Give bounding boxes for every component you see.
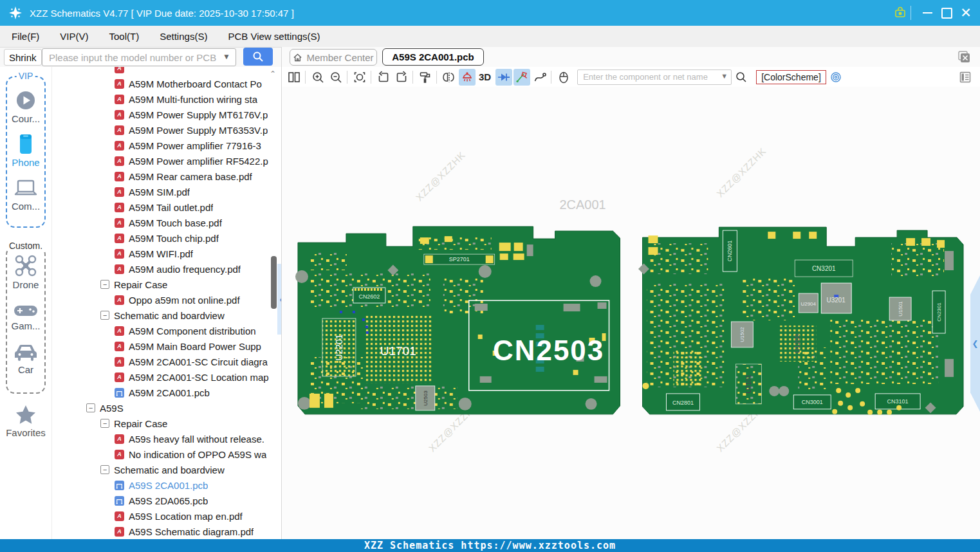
tree-item[interactable]: AA59M Touch base.pdf — [57, 215, 281, 230]
sidebar-item-computer[interactable]: Com... — [0, 176, 51, 212]
menu-vip[interactable]: VIP(V) — [60, 31, 88, 42]
title-bar[interactable]: XZZ Schematics V4.77 [ VIP Due date: 202… — [0, 0, 980, 26]
mirror-flip-button[interactable] — [441, 69, 458, 86]
diode-tool-button[interactable] — [495, 69, 512, 86]
connector-cn3201[interactable]: CN3201 — [795, 260, 853, 277]
tree-item[interactable]: AA59M Power Supply MT6176V.p — [57, 107, 281, 122]
curve-tool-button[interactable] — [532, 69, 548, 86]
chevron-down-icon[interactable]: ▼ — [223, 52, 230, 61]
component-search-input[interactable] — [582, 71, 713, 84]
tree-item[interactable]: AA59M WIFI.pdf — [57, 246, 281, 261]
tree-item[interactable]: AA59S Schematic diagram.pdf — [57, 524, 281, 539]
collapse-icon[interactable]: − — [100, 311, 109, 320]
maximize-button[interactable] — [938, 0, 955, 26]
rotate-left-button[interactable] — [375, 69, 392, 86]
component-search-icon[interactable] — [733, 69, 750, 86]
chip-u1200[interactable]: U1200 — [779, 326, 816, 362]
sidebar-item-game[interactable]: Gam... — [0, 302, 51, 331]
collapse-icon[interactable]: − — [100, 465, 109, 474]
menu-settings[interactable]: Settings(S) — [160, 31, 207, 42]
sidebar-item-phone[interactable]: Phone — [0, 133, 51, 168]
license-icon[interactable] — [892, 0, 908, 26]
pcb-canvas[interactable]: XZZ@XZZHK XZZ@XZZHK XZZ@XZZHK XZZ@XZZHK … — [282, 87, 980, 539]
pcb-board-right[interactable]: CN2601 CN3201 U2904 U3201 — [638, 227, 963, 415]
chip-u3201[interactable]: U3201 — [821, 283, 851, 313]
collapse-icon[interactable]: − — [86, 403, 95, 412]
chevron-down-icon[interactable]: ▼ — [721, 72, 728, 80]
connector-cn3001[interactable]: CN3001 — [793, 395, 831, 409]
tree-item[interactable]: AA59M 2CA001-SC Location map — [57, 369, 281, 385]
tree-item[interactable]: AA59M Power Supply MT6353V.p — [57, 122, 281, 138]
search-button[interactable] — [243, 48, 273, 66]
chip-u2503[interactable]: U2503 — [416, 386, 435, 410]
measure-tool-button[interactable] — [513, 69, 530, 86]
sidebar-item-drone[interactable]: Drone — [0, 253, 51, 290]
chip-u1501[interactable]: U1501 — [889, 297, 911, 320]
close-all-tabs-icon[interactable] — [957, 50, 970, 63]
tree-item[interactable]: AA59M Multi-function wiring sta — [57, 91, 281, 107]
tree-folder[interactable]: −Schematic and boardview — [57, 462, 281, 477]
tree-item[interactable]: A59M 2CA001.pcb — [57, 385, 281, 400]
fit-view-button[interactable] — [351, 69, 368, 86]
lamp-tool-button[interactable] — [459, 69, 476, 86]
scroll-up-icon[interactable]: ⌃ — [270, 69, 276, 78]
tree-scrollbar-thumb[interactable] — [271, 256, 277, 309]
panel-list-icon[interactable] — [957, 69, 974, 86]
3d-view-button[interactable]: 3D — [479, 71, 491, 82]
menu-file[interactable]: File(F) — [12, 31, 39, 42]
sidebar-item-course[interactable]: Cour... — [0, 89, 51, 124]
tree-folder[interactable]: −Schematic and boardview — [57, 308, 281, 323]
chip-u1701[interactable]: U1701 — [365, 314, 432, 383]
rotate-right-button[interactable] — [393, 69, 410, 86]
collapse-right-panel-handle[interactable]: ❮ — [970, 275, 980, 412]
tree-folder[interactable]: −Repair Case — [57, 277, 281, 292]
model-search-combo[interactable]: ▼ — [42, 48, 236, 66]
tree-item[interactable]: AA59S Location map en.pdf — [57, 508, 281, 524]
tree-item[interactable]: AA59M SIM.pdf — [57, 184, 281, 199]
connector-cn2601[interactable]: CN2601 — [723, 230, 737, 271]
connector-cn2602[interactable]: CN2602 — [353, 288, 385, 303]
tree-item[interactable]: AA59M Power amplifier RF5422.p — [57, 153, 281, 169]
chip-u1502[interactable]: U1502 — [731, 322, 753, 347]
connector-cn2801[interactable]: CN2801 — [666, 394, 699, 410]
sidebar-item-car[interactable]: Car — [0, 342, 51, 375]
chip-u2201[interactable]: U2201 — [322, 318, 356, 376]
menu-pcb-view-settings[interactable]: PCB View settings(S) — [228, 31, 320, 42]
mouse-tool-button[interactable] — [555, 69, 572, 86]
component-search-combo[interactable]: ▼ — [577, 69, 732, 85]
tree-item[interactable]: AA59M Tail outlet.pdf — [57, 199, 281, 215]
tree-item[interactable]: AA59M Component distribution — [57, 323, 281, 338]
minimize-button[interactable] — [919, 0, 936, 26]
tree-item[interactable]: A59S 2DA065.pcb — [57, 493, 281, 508]
tree-item-partial[interactable]: A — [57, 67, 281, 76]
collapse-icon[interactable]: − — [100, 280, 109, 289]
member-center-button[interactable]: Member Center — [290, 49, 377, 66]
target-rings-icon[interactable] — [827, 69, 844, 86]
chip-u3101[interactable]: U3101 — [735, 364, 761, 404]
sidebar-item-favorites[interactable]: Favorites — [0, 404, 51, 438]
tab-active-pcb[interactable]: A59S 2CA001.pcb — [382, 48, 484, 66]
tree-item[interactable]: AA59M Motherboard Contact Po — [57, 76, 281, 91]
shrink-button[interactable]: Shrink — [4, 49, 42, 66]
pcb-board-left[interactable]: SP2701 CN2602 U2201 U1701 — [295, 226, 620, 414]
model-search-input[interactable] — [48, 50, 217, 65]
tree-item[interactable]: AA59M audio frequency.pdf — [57, 261, 281, 277]
tree-item[interactable]: AA59M Touch chip.pdf — [57, 230, 281, 246]
tree-item[interactable]: AA59M 2CA001-SC Circuit diagra — [57, 354, 281, 369]
zoom-in-button[interactable] — [310, 69, 326, 86]
tree-item[interactable]: ANo indication of OPPO A59S wa — [57, 446, 281, 462]
tree-folder[interactable]: −A59S — [57, 400, 281, 416]
zoom-out-button[interactable] — [328, 69, 344, 86]
tree-item[interactable]: AA59M Main Board Power Supp — [57, 338, 281, 354]
tree-item-selected[interactable]: A59S 2CA001.pcb — [57, 477, 281, 493]
chip-u2904[interactable]: U2904 — [799, 293, 818, 313]
paint-roller-button[interactable] — [417, 69, 434, 86]
tree-item[interactable]: AOppo a59m not online.pdf — [57, 292, 281, 308]
split-view-button[interactable] — [286, 69, 302, 86]
collapse-icon[interactable]: − — [100, 419, 109, 428]
colorscheme-button[interactable]: [ColorScheme] — [756, 70, 826, 84]
connector-sp2701[interactable]: SP2701 — [424, 254, 495, 264]
tree-folder[interactable]: −Repair Case — [57, 416, 281, 431]
tree-item[interactable]: AA59s heavy fall without release. — [57, 431, 281, 446]
menu-tool[interactable]: Tool(T) — [109, 31, 140, 42]
